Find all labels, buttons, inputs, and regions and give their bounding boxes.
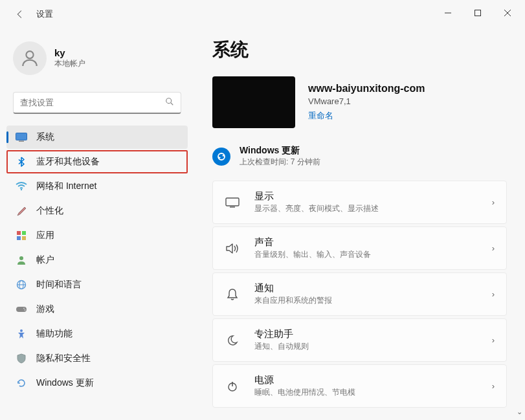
close-button[interactable]	[493, 3, 522, 23]
nav-gaming[interactable]: 游戏	[6, 298, 188, 321]
username: ky	[54, 47, 85, 58]
card-notifications[interactable]: 通知 来自应用和系统的警报 ›	[212, 272, 507, 316]
card-focus-assist[interactable]: 专注助手 通知、自动规则 ›	[212, 318, 507, 362]
device-model: VMware7,1	[308, 96, 425, 106]
shield-icon	[16, 353, 27, 364]
chevron-right-icon: ›	[492, 335, 495, 345]
svg-point-9	[21, 189, 22, 190]
svg-rect-12	[17, 236, 21, 240]
device-name: www-baiyunxitong-com	[308, 83, 425, 94]
device-section: www-baiyunxitong-com VMware7,1 重命名	[212, 76, 507, 128]
display-icon	[225, 197, 240, 208]
svg-point-5	[166, 98, 172, 104]
svg-rect-18	[16, 307, 27, 312]
nav-label: 网络和 Internet	[36, 181, 96, 192]
svg-point-4	[26, 51, 33, 58]
svg-line-6	[171, 103, 173, 105]
settings-list: 显示 显示器、亮度、夜间模式、显示描述 › 声音 音量级别、输出、输入、声音设备…	[212, 181, 507, 408]
sidebar: ky 本地帐户 系统 蓝牙和其他设备 网络和 Internet	[0, 26, 194, 420]
nav-privacy[interactable]: 隐私和安全性	[6, 347, 188, 370]
card-title: 声音	[254, 236, 492, 249]
svg-point-14	[19, 256, 23, 260]
nav-label: 帐户	[36, 254, 54, 266]
nav-label: 应用	[36, 230, 54, 241]
nav-accessibility[interactable]: 辅助功能	[6, 322, 188, 346]
nav-windows-update[interactable]: Windows 更新	[6, 371, 188, 395]
card-sub: 来自应用和系统的警报	[254, 295, 492, 306]
search-icon	[165, 97, 174, 108]
wifi-icon	[16, 181, 27, 192]
nav-label: 辅助功能	[36, 328, 73, 340]
nav-label: 时间和语言	[36, 279, 82, 291]
maximize-button[interactable]	[463, 3, 493, 23]
bluetooth-icon	[16, 156, 27, 168]
nav-label: 游戏	[36, 304, 54, 315]
accessibility-icon	[16, 328, 27, 340]
card-sound[interactable]: 声音 音量级别、输出、输入、声音设备 ›	[212, 227, 507, 270]
nav-system[interactable]: 系统	[6, 126, 188, 149]
svg-rect-11	[22, 231, 26, 235]
search-box[interactable]	[13, 92, 181, 114]
update-subtitle: 上次检查时间: 7 分钟前	[240, 157, 320, 168]
nav-apps[interactable]: 应用	[6, 224, 188, 247]
nav-personalization[interactable]: 个性化	[6, 199, 188, 223]
card-sub: 通知、自动规则	[254, 341, 492, 352]
device-thumbnail	[212, 76, 295, 128]
card-power[interactable]: 电源 睡眠、电池使用情况、节电模 ›	[212, 364, 507, 408]
nav-network[interactable]: 网络和 Internet	[6, 175, 188, 198]
svg-point-20	[25, 309, 26, 311]
back-button[interactable]	[13, 8, 26, 21]
nav-label: 隐私和安全性	[36, 353, 91, 364]
svg-rect-8	[19, 141, 24, 142]
nav-accounts[interactable]: 帐户	[6, 249, 188, 272]
system-icon	[16, 131, 27, 143]
minimize-button[interactable]	[433, 3, 463, 23]
globe-icon	[16, 279, 27, 291]
nav-label: Windows 更新	[36, 377, 94, 389]
avatar	[13, 41, 47, 75]
brush-icon	[16, 205, 27, 217]
nav-list: 系统 蓝牙和其他设备 网络和 Internet 个性化 应用 帐户	[6, 126, 188, 395]
svg-rect-1	[475, 10, 481, 16]
card-title: 显示	[254, 190, 492, 203]
card-sub: 睡眠、电池使用情况、节电模	[254, 387, 492, 398]
svg-rect-13	[22, 236, 26, 240]
search-input[interactable]	[20, 98, 165, 107]
nav-time-language[interactable]: 时间和语言	[6, 273, 188, 296]
rename-link[interactable]: 重命名	[308, 110, 425, 122]
app-title: 设置	[36, 8, 53, 20]
chevron-right-icon: ›	[492, 381, 495, 391]
svg-rect-7	[16, 133, 27, 140]
svg-point-19	[23, 308, 25, 309]
power-icon	[225, 381, 240, 392]
card-sub: 音量级别、输出、输入、声音设备	[254, 249, 492, 260]
card-sub: 显示器、亮度、夜间模式、显示描述	[254, 203, 492, 214]
account-type: 本地帐户	[54, 58, 85, 69]
apps-icon	[16, 230, 27, 241]
user-section[interactable]: ky 本地帐户	[6, 34, 188, 88]
chevron-right-icon: ›	[492, 197, 495, 207]
chevron-right-icon: ›	[492, 243, 495, 253]
update-icon	[16, 377, 27, 389]
page-title: 系统	[212, 38, 507, 62]
card-title: 专注助手	[254, 328, 492, 340]
scroll-down-icon[interactable]: ⌄	[517, 408, 522, 416]
card-title: 电源	[254, 374, 492, 386]
nav-label: 系统	[36, 131, 54, 143]
nav-label: 个性化	[36, 205, 63, 217]
bell-icon	[225, 288, 240, 301]
sound-icon	[225, 243, 240, 254]
moon-icon	[225, 335, 240, 346]
nav-bluetooth[interactable]: 蓝牙和其他设备	[6, 150, 188, 173]
windows-update-row[interactable]: Windows 更新 上次检查时间: 7 分钟前	[212, 141, 507, 181]
svg-rect-10	[17, 231, 21, 235]
sync-icon	[212, 148, 230, 166]
svg-rect-22	[226, 198, 239, 206]
gamepad-icon	[16, 304, 27, 315]
svg-point-21	[20, 329, 23, 332]
chevron-right-icon: ›	[492, 289, 495, 299]
titlebar: 设置	[0, 0, 525, 26]
nav-label: 蓝牙和其他设备	[36, 156, 100, 168]
content: 系统 www-baiyunxitong-com VMware7,1 重命名 Wi…	[194, 26, 525, 420]
card-display[interactable]: 显示 显示器、亮度、夜间模式、显示描述 ›	[212, 181, 507, 224]
